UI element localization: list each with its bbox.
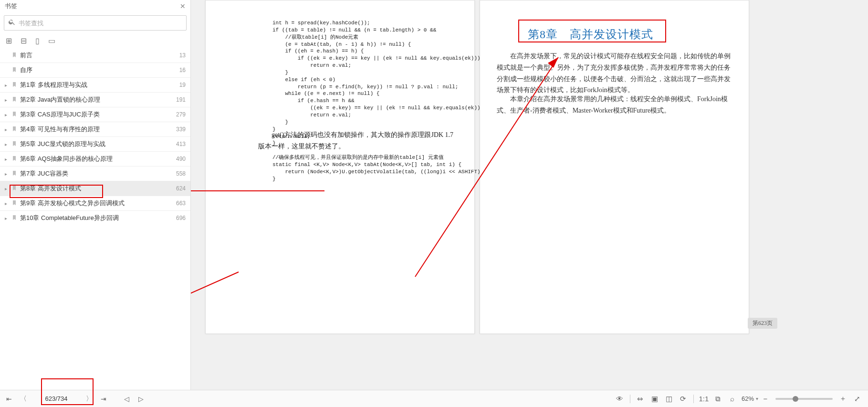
bookmark-icon (11, 111, 20, 119)
zoom-slider[interactable] (775, 398, 833, 400)
bookmark-title: 第3章 CAS原理与JUC原子类 (20, 110, 172, 119)
bookmark-item[interactable]: ▸第5章 JUC显式锁的原理与实战413 (0, 136, 190, 151)
chapter-title: 第8章 高并发设计模式 (528, 27, 653, 42)
bookmark-icon (11, 185, 20, 193)
left-page-paragraph: get()方法的源码也没有加锁操作，其大致的操作原理跟JDK 1.7版本一样，这… (258, 129, 459, 152)
bookmark-item[interactable]: 前言13 (0, 48, 190, 63)
search-icon (8, 18, 19, 28)
bookmark-page: 696 (172, 215, 186, 221)
bookmark-item[interactable]: ▸第10章 CompletableFuture异步回调696 (0, 210, 190, 225)
bookmark-outline-icon[interactable]: ▭ (48, 36, 55, 45)
sidebar-title: 书签 (5, 2, 17, 10)
bookmark-title: 第1章 多线程原理与实战 (20, 81, 176, 89)
actual-size-icon[interactable]: 1:1 (698, 393, 710, 405)
bookmark-icon (11, 96, 20, 104)
bookmark-item[interactable]: ▸第1章 多线程原理与实战19 (0, 77, 190, 92)
page-right: 第8章 高并发设计模式 在高并发场景下，常见的设计模式可能存在线程安全问题，比如… (480, 0, 749, 334)
bookmark-item[interactable]: ▸第9章 高并发核心模式之异步回调模式663 (0, 196, 190, 210)
bookmark-search-input[interactable] (19, 20, 182, 27)
close-icon[interactable]: ✕ (180, 2, 186, 10)
chevron-right-icon: ▸ (5, 127, 10, 132)
bookmark-title: 第6章 AQS抽象同步器的核心原理 (20, 155, 172, 163)
page-left: int h = spread(key.hashCode()); if ((tab… (205, 0, 475, 334)
collapse-all-icon[interactable]: ⊟ (21, 36, 27, 45)
chevron-right-icon: ▸ (5, 171, 10, 177)
bookmark-icon (11, 52, 20, 60)
bookmark-page: 624 (172, 185, 186, 192)
crop-icon[interactable]: ⧉ (712, 393, 724, 405)
bookmark-search[interactable] (4, 15, 187, 31)
forward-button[interactable]: ▷ (136, 395, 146, 403)
bookmark-icon (11, 66, 20, 74)
divider (630, 395, 630, 403)
right-page-paragraph-1: 在高并发场景下，常见的设计模式可能存在线程安全问题，比如传统的单例模式就是一个典… (497, 51, 735, 96)
bookmark-icon (11, 214, 20, 222)
bookmark-title: 前言 (20, 51, 176, 60)
expand-all-icon[interactable]: ⊞ (6, 36, 12, 45)
first-page-button[interactable]: ⇤ (4, 395, 14, 403)
bookmark-page: 490 (172, 156, 186, 162)
rotate-icon[interactable]: ⟳ (677, 393, 690, 405)
chevron-down-icon[interactable]: ▾ (756, 396, 758, 401)
bookmark-page: 558 (172, 170, 186, 177)
read-mode-icon[interactable]: 👁 (614, 393, 626, 405)
bookmark-page: 19 (176, 82, 186, 88)
code-block: int h = spread(key.hashCode()); if ((tab… (272, 20, 459, 182)
chevron-right-icon: ▸ (5, 83, 10, 88)
bookmark-title: 第8章 高并发设计模式 (20, 184, 172, 193)
bookmark-page: 413 (172, 141, 186, 147)
bookmark-icon (11, 81, 20, 89)
bookmark-title: 自序 (20, 66, 176, 74)
bookmark-item[interactable]: ▸第4章 可见性与有序性的原理339 (0, 122, 190, 136)
bookmark-item[interactable]: ▸第8章 高并发设计模式624 (0, 181, 190, 196)
document-viewport[interactable]: int h = spread(key.hashCode()); if ((tab… (191, 0, 868, 390)
bookmark-item[interactable]: 自序16 (0, 63, 190, 77)
bookmark-page: 13 (176, 52, 186, 59)
bookmark-icon (11, 199, 20, 208)
bookmark-title: 第10章 CompletableFuture异步回调 (20, 214, 172, 222)
zoom-out-button[interactable]: − (759, 393, 772, 405)
chevron-right-icon: ▸ (5, 142, 10, 147)
bookmark-item[interactable]: ▸第2章 Java内置锁的核心原理191 (0, 92, 190, 107)
bookmark-title: 第4章 可见性与有序性的原理 (20, 125, 172, 134)
right-page-paragraph-2: 本章介绍在高并发场景常用的几种模式：线程安全的单例模式、ForkJoin模式、生… (497, 94, 735, 116)
status-bar: ⇤ 〈 〉 ⇥ ◁ ▷ 👁 ⇔ ▣ ◫ ⟳ 1:1 ⧉ ⌕ 62% ▾ − ＋ … (0, 390, 868, 407)
fit-width-icon[interactable]: ⇔ (634, 393, 647, 405)
fullscreen-icon[interactable]: ⤢ (851, 393, 863, 405)
bookmark-title: 第5章 JUC显式锁的原理与实战 (20, 140, 172, 148)
back-button[interactable]: ◁ (121, 395, 132, 403)
bookmark-item[interactable]: ▸第6章 AQS抽象同步器的核心原理490 (0, 151, 190, 166)
chevron-right-icon: ▸ (5, 201, 10, 206)
bookmark-icon[interactable]: ▯ (35, 36, 40, 45)
bookmark-page: 191 (172, 96, 186, 103)
annotation-box-pageinput (41, 378, 94, 405)
two-page-icon[interactable]: ◫ (663, 393, 675, 405)
bookmark-title: 第2章 Java内置锁的核心原理 (20, 95, 172, 104)
bookmark-page: 16 (176, 67, 186, 73)
last-page-button[interactable]: ⇥ (98, 395, 109, 403)
bookmark-page: 339 (172, 126, 186, 133)
bookmark-title: 第7章 JUC容器类 (20, 169, 172, 178)
bookmarks-sidebar: 书签 ✕ ⊞ ⊟ ▯ ▭ 前言13自序16▸第1章 多线程原理与实战19▸第2章… (0, 0, 191, 390)
bookmark-icon (11, 140, 20, 148)
bookmark-item[interactable]: ▸第7章 JUC容器类558 (0, 166, 190, 181)
bookmark-item[interactable]: ▸第3章 CAS原理与JUC原子类279 (0, 107, 190, 122)
zoom-in-button[interactable]: ＋ (837, 393, 849, 405)
bookmark-icon (11, 125, 20, 134)
bookmark-icon (11, 155, 20, 163)
loupe-icon[interactable]: ⌕ (726, 393, 739, 405)
chevron-right-icon: ▸ (5, 216, 10, 221)
bookmark-icon (11, 170, 20, 178)
chevron-right-icon: ▸ (5, 112, 10, 117)
chevron-right-icon: ▸ (5, 186, 10, 191)
bookmark-page: 279 (172, 111, 186, 118)
zoom-level[interactable]: 62% (742, 395, 754, 402)
prev-page-button[interactable]: 〈 (18, 395, 29, 403)
fit-page-icon[interactable]: ▣ (648, 393, 661, 405)
bookmark-page: 663 (172, 200, 186, 207)
page-number-badge: 第623页 (748, 318, 777, 329)
bookmark-list: 前言13自序16▸第1章 多线程原理与实战19▸第2章 Java内置锁的核心原理… (0, 48, 190, 390)
divider (693, 395, 694, 403)
chevron-right-icon: ▸ (5, 157, 10, 162)
bookmark-title: 第9章 高并发核心模式之异步回调模式 (20, 199, 172, 208)
